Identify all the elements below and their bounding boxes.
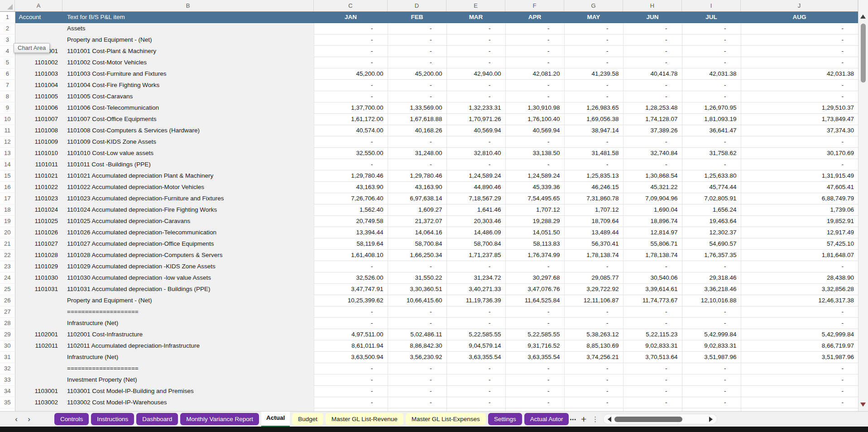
account-cell[interactable]: 1101004 [15, 80, 62, 91]
sheet-tab-instructions[interactable]: Instructions [91, 413, 134, 425]
item-text-cell[interactable]: 1101028 Accumulated depreciation-Compute… [62, 250, 314, 261]
value-cell[interactable]: 5,22,115.23 [623, 329, 682, 340]
value-cell[interactable]: - [505, 46, 564, 57]
value-cell[interactable]: 1,70,971.26 [446, 114, 505, 125]
value-cell[interactable]: 30,297.68 [505, 272, 564, 284]
value-cell[interactable]: - [682, 397, 741, 408]
item-text-cell[interactable]: 1101025 Accumulated depreciation-Caravan… [62, 216, 314, 227]
value-cell[interactable]: 1,71,237.85 [446, 250, 505, 261]
row-number[interactable]: 25 [0, 284, 15, 295]
item-text-cell[interactable]: 1101021 Accumulated depreciation Plant &… [62, 170, 314, 182]
value-cell[interactable]: 14,051.50 [505, 227, 564, 238]
value-cell[interactable]: - [623, 386, 682, 397]
account-cell[interactable]: 1101005 [15, 91, 62, 102]
account-cell[interactable]: 1101006 [15, 102, 62, 114]
value-cell[interactable]: 7,26,706.40 [314, 193, 388, 204]
value-cell[interactable]: 38,947.14 [564, 125, 623, 136]
item-text-cell[interactable]: 1101023 Accumulated depreciation-Furnitu… [62, 193, 314, 204]
value-cell[interactable]: 1,707.12 [564, 204, 623, 216]
horizontal-scrollbar[interactable] [603, 414, 717, 424]
value-cell[interactable]: - [446, 34, 505, 46]
value-cell[interactable]: 58,700.84 [446, 238, 505, 250]
value-cell[interactable]: 30,540.06 [623, 272, 682, 284]
item-text-cell[interactable]: Infrastructure (Net) [62, 318, 314, 329]
item-text-cell[interactable]: Investment Property (Net) [62, 374, 314, 386]
value-cell[interactable]: - [388, 80, 446, 91]
value-cell[interactable]: 31,758.62 [682, 148, 741, 159]
value-cell[interactable]: - [623, 261, 682, 272]
sheet-tab-dashboard[interactable]: Dashboard [136, 413, 178, 425]
column-letter-J[interactable]: J [741, 0, 858, 11]
row-number[interactable]: 5 [0, 57, 15, 68]
value-cell[interactable]: 57,425.10 [741, 238, 858, 250]
value-cell[interactable]: - [682, 261, 741, 272]
column-letter-D[interactable]: D [388, 0, 446, 11]
value-cell[interactable]: - [682, 318, 741, 329]
value-cell[interactable]: 3,56,230.92 [388, 352, 446, 363]
value-cell[interactable]: 40,414.78 [623, 68, 682, 80]
value-cell[interactable]: - [741, 46, 858, 57]
value-cell[interactable]: 9,02,833.31 [682, 340, 741, 352]
row-number[interactable]: 12 [0, 136, 15, 148]
value-cell[interactable]: 5,22,585.55 [505, 329, 564, 340]
value-cell[interactable]: 3,36,218.46 [682, 284, 741, 295]
account-cell[interactable]: 1101027 [15, 238, 62, 250]
value-cell[interactable]: 1,28,253.48 [623, 102, 682, 114]
value-cell[interactable]: - [505, 159, 564, 170]
value-cell[interactable]: 3,32,856.28 [741, 284, 858, 295]
horizontal-scroll-thumb[interactable] [614, 417, 682, 422]
item-text-cell[interactable]: 1101010 Cost-Low value assets [62, 148, 314, 159]
value-cell[interactable]: - [388, 386, 446, 397]
value-cell[interactable]: 58,119.64 [314, 238, 388, 250]
value-cell[interactable]: 1,33,569.00 [388, 102, 446, 114]
value-cell[interactable]: - [314, 57, 388, 68]
value-cell[interactable]: - [682, 80, 741, 91]
value-cell[interactable]: - [623, 318, 682, 329]
value-cell[interactable]: 14,486.09 [446, 227, 505, 238]
value-cell[interactable]: 1,30,910.98 [505, 102, 564, 114]
item-text-cell[interactable]: 1101024 Accumulated depreciation-Fire Fi… [62, 204, 314, 216]
account-cell[interactable]: 1101011 [15, 159, 62, 170]
value-cell[interactable]: - [314, 136, 388, 148]
value-cell[interactable]: - [446, 318, 505, 329]
value-cell[interactable]: - [314, 46, 388, 57]
sheet-tab-settings[interactable]: Settings [488, 413, 522, 425]
row-number[interactable]: 17 [0, 193, 15, 204]
sheet-nav-left-icon[interactable]: ‹ [10, 413, 23, 426]
item-text-cell[interactable]: 1101026 Accumulated depreciation-Telecom… [62, 227, 314, 238]
row-number[interactable]: 14 [0, 159, 15, 170]
value-cell[interactable]: - [682, 386, 741, 397]
month-header-cell[interactable]: JAN [314, 12, 388, 23]
row-number[interactable]: 7 [0, 80, 15, 91]
value-cell[interactable]: 54,690.57 [682, 238, 741, 250]
value-cell[interactable]: - [446, 397, 505, 408]
value-cell[interactable]: 4,97,511.00 [314, 329, 388, 340]
value-cell[interactable]: 37,389.26 [623, 125, 682, 136]
value-cell[interactable]: 12,11,106.87 [564, 295, 623, 306]
value-cell[interactable]: 19,463.64 [682, 216, 741, 227]
row-number[interactable]: 32 [0, 363, 15, 374]
value-cell[interactable]: - [446, 261, 505, 272]
row-number[interactable]: 21 [0, 238, 15, 250]
value-cell[interactable]: 29,085.77 [564, 272, 623, 284]
value-cell[interactable]: - [388, 261, 446, 272]
value-cell[interactable]: - [314, 80, 388, 91]
value-cell[interactable]: - [388, 34, 446, 46]
account-cell[interactable] [15, 363, 62, 374]
item-text-cell[interactable]: 1101005 Cost-Caravans [62, 91, 314, 102]
item-text-cell[interactable]: 1102011 Accumulated depreciation-Infrast… [62, 340, 314, 352]
item-text-cell[interactable]: 1103002 Cost Model-IP-Warehouses [62, 397, 314, 408]
value-cell[interactable]: - [564, 374, 623, 386]
value-cell[interactable]: - [314, 261, 388, 272]
month-header-cell[interactable]: MAR [446, 12, 505, 23]
item-text-cell[interactable]: 1101006 Cost-Telecommunication [62, 102, 314, 114]
value-cell[interactable]: - [623, 363, 682, 374]
value-cell[interactable]: 31,234.72 [446, 272, 505, 284]
value-cell[interactable]: 3,70,513.64 [623, 352, 682, 363]
value-cell[interactable]: 1,76,374.99 [505, 250, 564, 261]
value-cell[interactable]: - [682, 23, 741, 34]
value-cell[interactable]: 1,69,056.38 [564, 114, 623, 125]
row-number[interactable]: 35 [0, 397, 15, 408]
value-cell[interactable]: 1,29,780.46 [314, 170, 388, 182]
value-cell[interactable]: 20,749.58 [314, 216, 388, 227]
